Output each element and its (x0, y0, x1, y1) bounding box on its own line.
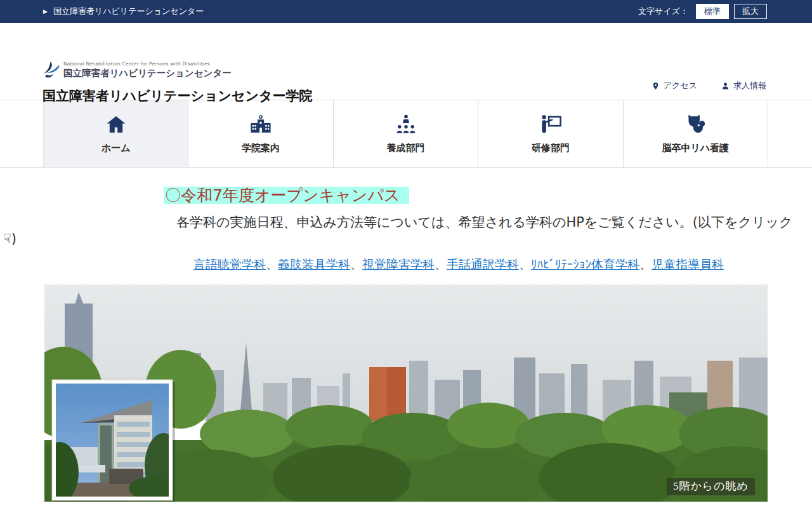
page-title: 国立障害者リハビリテーションセンター学院 (43, 87, 312, 105)
open-campus-heading: 〇令和7年度オープンキャンパス (164, 187, 409, 204)
link-separator: 、 (435, 257, 447, 271)
nav-item-label: 脳卒中リハ看護 (662, 142, 729, 154)
person-icon (721, 82, 730, 90)
center-site-link-label: 国立障害者リハビリテーションセンター (53, 6, 204, 17)
cityscape-image (44, 284, 768, 502)
font-size-standard-button[interactable]: 標準 (696, 4, 729, 20)
department-link-手話通訳学科[interactable]: 手話通訳学科 (447, 257, 519, 271)
link-separator: 、 (639, 257, 652, 271)
nav-item-ホーム[interactable]: ホーム (44, 100, 188, 167)
nav-item-label: ホーム (102, 142, 131, 154)
font-size-label: 文字サイズ： (638, 6, 688, 17)
photo-caption: 5階からの眺め (667, 478, 755, 495)
swoosh-logo-icon (43, 61, 60, 80)
top-utility-bar: ▶ 国立障害者リハビリテーションセンター 文字サイズ： 標準 拡大 (0, 0, 812, 23)
nav-item-label: 研修部門 (532, 142, 570, 154)
training-icon (395, 113, 417, 136)
map-pin-icon (652, 82, 660, 90)
triangle-bullet-icon: ▶ (43, 9, 48, 15)
home-icon (105, 113, 128, 136)
site-header: National Rehabilitation Center for Perso… (0, 23, 812, 100)
department-link-視覚障害学科[interactable]: 視覚障害学科 (362, 257, 435, 271)
global-navigation: ホーム学院案内養成部門研修部門脳卒中リハ看護 (0, 100, 812, 168)
seminar-icon (539, 113, 562, 136)
department-link-言語聴覚学科[interactable]: 言語聴覚学科 (193, 257, 266, 271)
campus-view-photo: 5階からの眺め (44, 284, 768, 502)
stethoscope-icon (684, 113, 707, 136)
logo-english-text: National Rehabilitation Center for Perso… (63, 61, 232, 67)
school-icon (249, 113, 272, 136)
jobs-link-label: 求人情報 (733, 80, 766, 91)
nav-item-養成部門[interactable]: 養成部門 (334, 100, 478, 167)
link-separator: 、 (350, 257, 362, 271)
notice-paragraph-line2: ☟) (0, 231, 812, 247)
jobs-link[interactable]: 求人情報 (721, 80, 766, 91)
main-content: 〇令和7年度オープンキャンパス 各学科の実施日程、申込み方法等については、希望さ… (0, 168, 812, 502)
logo-japanese-text: 国立障害者リハビリテーションセンター (63, 67, 232, 79)
nav-item-label: 学院案内 (242, 142, 280, 154)
notice-paragraph-line1: 各学科の実施日程、申込み方法等については、希望される学科のHPをご覧ください。(… (0, 214, 812, 231)
link-separator: 、 (266, 257, 278, 271)
center-logo[interactable]: National Rehabilitation Center for Perso… (43, 61, 232, 80)
department-link-義肢装具学科[interactable]: 義肢装具学科 (278, 257, 350, 271)
department-links-row: 言語聴覚学科、義肢装具学科、視覚障害学科、手話通訳学科、ﾘﾊﾋﾞﾘﾃｰｼｮﾝ体育… (0, 257, 812, 272)
nav-item-学院案内[interactable]: 学院案内 (188, 100, 333, 167)
font-size-enlarge-button[interactable]: 拡大 (734, 4, 767, 20)
nav-item-脳卒中リハ看護[interactable]: 脳卒中リハ看護 (624, 100, 768, 167)
font-size-controls: 文字サイズ： 標準 拡大 (638, 4, 767, 20)
department-link-児童指導員科[interactable]: 児童指導員科 (652, 257, 724, 271)
link-separator: 、 (519, 257, 531, 271)
nav-item-研修部門[interactable]: 研修部門 (478, 100, 623, 167)
access-link-label: アクセス (664, 80, 697, 91)
center-site-link[interactable]: ▶ 国立障害者リハビリテーションセンター (43, 6, 204, 17)
nav-item-label: 養成部門 (387, 142, 425, 154)
access-link[interactable]: アクセス (652, 80, 697, 91)
department-link-ﾘﾊﾋﾞﾘﾃｰｼｮﾝ体育学科[interactable]: ﾘﾊﾋﾞﾘﾃｰｼｮﾝ体育学科 (531, 257, 639, 271)
